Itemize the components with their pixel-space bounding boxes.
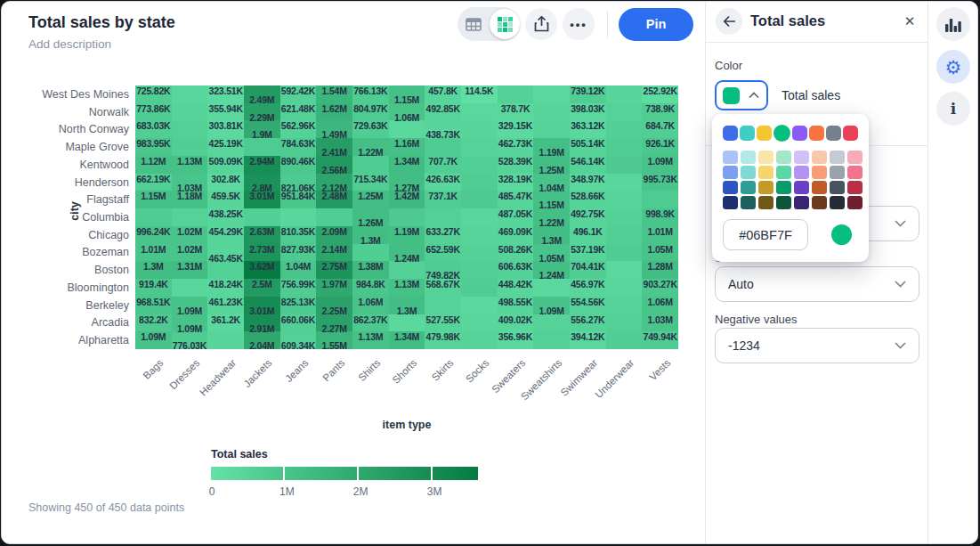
palette-swatch[interactable] [830, 166, 845, 179]
palette-swatch[interactable] [758, 196, 773, 209]
heatmap-cell[interactable] [389, 314, 425, 332]
palette-swatch[interactable] [776, 166, 791, 179]
heatmap-cell[interactable] [172, 86, 208, 103]
palette-swatch[interactable] [723, 126, 738, 141]
palette-swatch[interactable] [740, 126, 755, 141]
palette-swatch[interactable] [757, 126, 772, 141]
heatmap-cell[interactable] [172, 103, 208, 121]
palette-swatch[interactable] [776, 181, 791, 194]
settings-button[interactable]: ⚙ [936, 50, 970, 84]
heatmap-cell[interactable] [207, 331, 244, 349]
heatmap-cell[interactable] [135, 208, 172, 226]
heatmap-cell[interactable] [425, 297, 461, 314]
heatmap-cell[interactable] [533, 86, 570, 103]
heatmap-cell[interactable] [172, 208, 208, 226]
palette-swatch[interactable] [723, 196, 738, 209]
palette-swatch[interactable] [812, 151, 827, 164]
heatmap-cell[interactable] [606, 120, 643, 138]
color-dropdown-button[interactable] [715, 80, 768, 110]
palette-swatch[interactable] [723, 166, 738, 179]
heatmap-cell[interactable] [606, 244, 643, 262]
heatmap-cell[interactable] [244, 208, 280, 226]
palette-swatch[interactable] [776, 151, 791, 164]
negative-values-dropdown[interactable]: -1234 [715, 328, 919, 363]
heatmap-cell[interactable] [533, 120, 570, 138]
heatmap-cell[interactable] [533, 331, 570, 349]
info-button[interactable]: i [936, 92, 970, 126]
palette-swatch[interactable] [794, 196, 809, 209]
heatmap-cell[interactable] [606, 156, 643, 174]
palette-swatch[interactable] [794, 181, 809, 194]
palette-swatch[interactable] [843, 126, 858, 141]
palette-swatch[interactable] [847, 166, 863, 179]
heatmap-cell[interactable] [461, 138, 498, 156]
heatmap-cell[interactable] [389, 120, 425, 138]
heatmap-cell[interactable] [606, 261, 643, 279]
heatmap-cell[interactable] [207, 261, 244, 279]
share-button[interactable] [525, 8, 557, 40]
heatmap-cell[interactable] [606, 331, 643, 349]
heatmap-cell[interactable] [533, 314, 570, 332]
palette-swatch[interactable] [812, 166, 827, 179]
heatmap-cell[interactable] [172, 120, 208, 138]
table-view-button[interactable] [458, 7, 489, 41]
heatmap-cell[interactable] [461, 103, 498, 121]
heatmap-cell[interactable] [533, 279, 570, 297]
heatmap-view-button[interactable] [490, 9, 520, 39]
palette-swatch[interactable] [723, 151, 738, 164]
heatmap-cell[interactable] [461, 261, 498, 279]
palette-swatch[interactable] [847, 151, 863, 164]
heatmap-cell[interactable] [606, 314, 643, 332]
hex-color-input[interactable] [723, 219, 808, 250]
heatmap-cell[interactable] [352, 156, 389, 174]
palette-swatch[interactable] [847, 181, 863, 194]
pin-button[interactable]: Pin [619, 8, 693, 41]
heatmap-cell[interactable] [606, 174, 643, 192]
heatmap-cell[interactable] [461, 156, 498, 174]
heatmap-cell[interactable] [461, 297, 498, 314]
heatmap-cell[interactable] [461, 174, 498, 192]
heatmap-cell[interactable] [172, 138, 208, 156]
heatmap-cell[interactable] [425, 138, 461, 156]
palette-swatch[interactable] [812, 181, 827, 194]
palette-swatch[interactable] [830, 181, 845, 194]
heatmap-cell[interactable] [606, 103, 643, 121]
heatmap-cell[interactable] [461, 331, 498, 349]
palette-swatch[interactable] [830, 151, 845, 164]
heatmap-cell[interactable] [389, 261, 425, 279]
close-button[interactable]: ✕ [898, 10, 921, 33]
palette-swatch[interactable] [826, 126, 841, 141]
palette-swatch[interactable] [741, 166, 756, 179]
palette-swatch[interactable] [741, 196, 756, 209]
heatmap-cell[interactable] [642, 191, 678, 208]
heatmap-cell[interactable] [461, 208, 498, 226]
palette-swatch[interactable] [847, 196, 863, 209]
heatmap-cell[interactable] [606, 208, 643, 226]
heatmap-cell[interactable] [461, 279, 498, 297]
heatmap-cell[interactable] [606, 279, 643, 297]
heatmap-cell[interactable] [352, 244, 389, 262]
palette-swatch[interactable] [776, 196, 791, 209]
heatmap-cell[interactable] [316, 208, 352, 226]
heatmap-cell[interactable] [498, 86, 534, 103]
heatmap-cell[interactable] [389, 208, 425, 226]
palette-swatch[interactable] [758, 181, 773, 194]
heatmap-cell[interactable] [172, 279, 208, 297]
heatmap-cell[interactable] [606, 297, 643, 314]
palette-swatch[interactable] [794, 166, 809, 179]
heatmap-cell[interactable] [461, 191, 498, 208]
heatmap-cell[interactable] [425, 208, 461, 226]
heatmap-cell[interactable] [461, 314, 498, 332]
heatmap-cell[interactable] [606, 191, 643, 208]
heatmap-cell[interactable] [461, 226, 498, 244]
heatmap-cell[interactable] [461, 120, 498, 138]
heatmap-cell[interactable] [461, 244, 498, 262]
heatmap-cell[interactable] [606, 138, 643, 156]
heatmap-cell[interactable] [606, 226, 643, 244]
chart-config-button[interactable] [936, 7, 970, 41]
palette-swatch[interactable] [758, 166, 773, 179]
palette-swatch[interactable] [741, 181, 756, 194]
palette-swatch[interactable] [812, 196, 827, 209]
heatmap-cell[interactable] [533, 103, 570, 121]
palette-swatch[interactable] [741, 151, 756, 164]
